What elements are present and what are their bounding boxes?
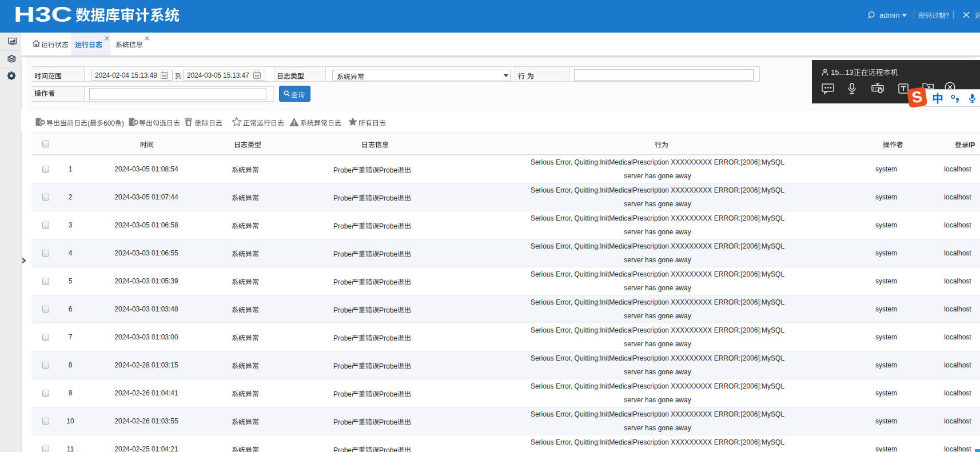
- svg-text:Probe: Probe: [379, 446, 397, 452]
- svg-text:Probe: Probe: [379, 334, 397, 342]
- svg-text:Probe: Probe: [379, 222, 397, 230]
- svg-text:600: 600: [103, 119, 115, 127]
- svg-text:Probe: Probe: [333, 278, 352, 286]
- svg-text:Probe: Probe: [379, 306, 397, 314]
- svg-text:Probe: Probe: [379, 250, 397, 258]
- svg-text:Probe: Probe: [379, 362, 397, 370]
- svg-text:Probe: Probe: [333, 222, 352, 230]
- svg-text:15...13: 15...13: [831, 69, 854, 77]
- svg-text:Probe: Probe: [333, 166, 352, 174]
- svg-text:Probe: Probe: [333, 334, 352, 342]
- svg-text:): ): [122, 119, 124, 127]
- svg-text:Probe: Probe: [333, 194, 352, 202]
- svg-text:Probe: Probe: [379, 194, 397, 202]
- svg-text:Probe: Probe: [333, 446, 352, 452]
- svg-text:Probe: Probe: [379, 418, 397, 426]
- svg-text:Probe: Probe: [333, 306, 352, 314]
- svg-text:Probe: Probe: [379, 278, 397, 286]
- svg-text:Probe: Probe: [379, 166, 397, 174]
- svg-text:(: (: [87, 119, 90, 127]
- svg-text:Probe: Probe: [333, 418, 352, 426]
- svg-text:Probe: Probe: [333, 250, 352, 258]
- svg-text:Probe: Probe: [333, 390, 352, 398]
- svg-text:Probe: Probe: [333, 362, 352, 370]
- svg-text:Probe: Probe: [379, 390, 397, 398]
- svg-text:IP: IP: [969, 141, 975, 149]
